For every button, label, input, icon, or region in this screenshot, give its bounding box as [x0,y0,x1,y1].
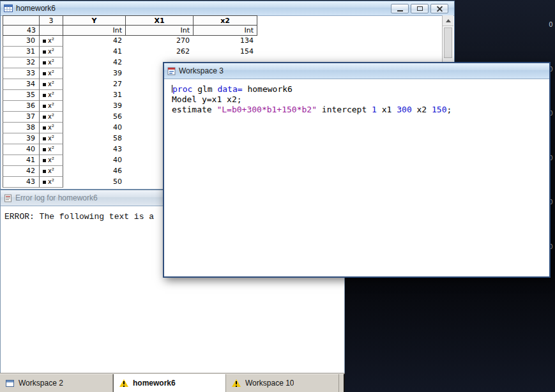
marker-label: x² [48,166,54,176]
data-type-cell[interactable]: x² [40,133,63,144]
desktop: 000000 homework6 3 [0,0,555,392]
maximize-icon [417,6,423,11]
corner-header-cell[interactable] [3,15,40,26]
square-icon [43,72,46,75]
y-value-cell[interactable]: 56 [63,112,126,123]
spreadsheet-icon [4,4,13,12]
window-controls [391,4,451,13]
y-value-cell[interactable]: 43 [63,144,126,155]
row-number-cell[interactable]: 41 [3,155,40,166]
row-number-cell[interactable]: 43 [3,177,40,188]
data-type-cell[interactable]: x² [40,166,63,177]
row-number-cell[interactable]: 37 [3,112,40,123]
y-value-cell[interactable]: 42 [63,36,126,47]
row-number-cell[interactable]: 36 [3,101,40,112]
x2-value-cell[interactable]: 154 [194,47,257,57]
code-token: data= [217,84,242,94]
y-value-cell[interactable]: 41 [63,47,126,57]
type-cell-x2: Int [194,26,257,36]
x1-value-cell[interactable]: 262 [126,47,194,57]
tab-label: homework6 [133,379,176,388]
code-token: intercept [317,105,372,114]
y-value-cell[interactable]: 40 [63,155,126,166]
row-number-cell[interactable]: 31 [3,47,40,57]
marker-label: x² [48,57,54,68]
window-icon [6,380,14,387]
row-number-cell[interactable]: 40 [3,144,40,155]
log-icon [4,194,12,202]
marker-label: x² [48,47,54,57]
data-type-cell[interactable]: x² [40,79,63,90]
code-token: x1 [377,105,397,114]
marker-label: x² [48,36,54,46]
x1-value-cell[interactable]: 270 [126,36,194,47]
column-header-x1[interactable]: X1 [126,15,194,26]
marker-label: x² [48,144,54,155]
y-value-cell[interactable]: 50 [63,177,126,188]
y-value-cell[interactable]: 31 [63,90,126,101]
homework6-titlebar[interactable]: homework6 [1,1,454,16]
data-type-cell[interactable]: x² [40,47,63,57]
scroll-up-button[interactable] [443,15,453,26]
y-value-cell[interactable]: 58 [63,133,126,144]
code-token: x2 [412,105,432,114]
maximize-button[interactable] [411,4,429,13]
column-header-y[interactable]: Y [63,15,126,26]
y-value-cell[interactable]: 40 [63,123,126,133]
square-icon [43,181,46,184]
row-count-cell: 43 [3,26,40,36]
square-icon [43,148,46,151]
code-token: 1 [372,105,377,114]
code-token: glm [192,84,217,94]
y-value-cell[interactable]: 39 [63,101,126,112]
data-type-cell[interactable]: x² [40,144,63,155]
y-value-cell[interactable]: 46 [63,166,126,177]
close-button[interactable] [430,4,448,13]
table-row: 31x²41262154 [3,47,257,57]
tab-label: Workspace 10 [245,379,294,388]
code-token: "L=b0+300*b1+150*b2" [217,105,317,114]
square-icon [43,159,46,162]
data-type-cell[interactable]: x² [40,57,63,68]
data-type-cell[interactable]: x² [40,177,63,188]
column-header-3[interactable]: 3 [40,15,63,26]
scrollbar-thumb[interactable] [444,27,452,58]
code-area[interactable]: proc glm data= homework6Model y=x1 x2;es… [164,79,549,115]
workspace3-window: Workspace 3 proc glm data= homework6Mode… [163,62,551,278]
row-number-cell[interactable]: 33 [3,68,40,79]
row-number-cell[interactable]: 38 [3,123,40,133]
data-type-cell[interactable]: x² [40,68,63,79]
data-type-cell[interactable]: x² [40,155,63,166]
minimize-button[interactable] [391,4,409,13]
row-number-cell[interactable]: 34 [3,79,40,90]
data-type-cell[interactable]: x² [40,112,63,123]
row-number-cell[interactable]: 35 [3,90,40,101]
code-line: proc glm data= homework6 [172,84,547,94]
square-icon [43,83,46,86]
y-value-cell[interactable]: 39 [63,68,126,79]
taskbar-tab-workspace-2[interactable]: Workspace 2 [0,374,113,392]
taskbar-tab-homework6[interactable]: homework6 [113,374,226,392]
warning-icon [119,379,128,387]
marker-label: x² [48,79,54,89]
data-type-cell[interactable]: x² [40,36,63,47]
square-icon [43,61,46,64]
code-token: 150 [432,105,446,114]
warning-icon [232,379,241,387]
taskbar-tab-workspace-10[interactable]: Workspace 10 [226,374,339,392]
y-value-cell[interactable]: 27 [63,79,126,90]
row-number-cell[interactable]: 32 [3,57,40,68]
minimize-icon [397,10,403,11]
row-number-cell[interactable]: 30 [3,36,40,47]
row-number-cell[interactable]: 39 [3,133,40,144]
column-header-x2[interactable]: x2 [194,15,257,26]
window-title: Workspace 3 [179,66,224,75]
data-type-cell[interactable]: x² [40,123,63,133]
x2-value-cell[interactable]: 134 [194,36,257,47]
workspace3-titlebar[interactable]: Workspace 3 [164,63,549,79]
row-number-cell[interactable]: 42 [3,166,40,177]
data-type-cell[interactable]: x² [40,90,63,101]
data-type-cell[interactable]: x² [40,101,63,112]
code-token: homework6 [243,84,293,94]
y-value-cell[interactable]: 42 [63,57,126,68]
